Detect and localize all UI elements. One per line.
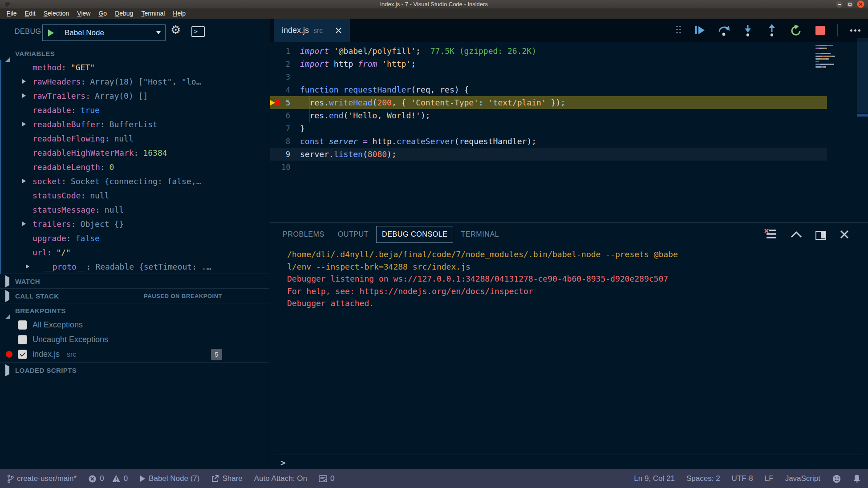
glyph-margin[interactable]	[270, 148, 281, 161]
step-into-button[interactable]	[741, 24, 754, 37]
code-line-3[interactable]: 3	[270, 70, 868, 83]
breakpoint-row-uncaught-exceptions[interactable]: Uncaught Exceptions	[0, 332, 269, 347]
variable-row-url[interactable]: url:"/"	[0, 245, 269, 259]
step-out-button[interactable]	[765, 24, 779, 37]
checkbox-checked[interactable]	[18, 350, 27, 359]
open-debug-console-icon[interactable]	[191, 26, 205, 37]
menu-debug[interactable]: Debug	[111, 8, 137, 19]
panel-tab-problems[interactable]: PROBLEMS	[283, 230, 324, 238]
glyph-margin[interactable]	[270, 70, 281, 83]
variable-row-proto[interactable]: __proto__:Readable {setTimeout: .…	[0, 259, 269, 274]
panel-tab-terminal[interactable]: TERMINAL	[461, 230, 499, 238]
split-panel-icon[interactable]	[815, 231, 826, 240]
menu-terminal[interactable]: Terminal	[137, 8, 169, 19]
gear-icon[interactable]: ⚙	[170, 24, 181, 36]
problems-status[interactable]: 0 0	[88, 474, 128, 483]
menu-selection[interactable]: Selection	[40, 8, 73, 19]
menu-edit[interactable]: Edit	[21, 8, 40, 19]
expand-icon[interactable]	[5, 292, 10, 300]
variable-row-method[interactable]: method:"GET"	[0, 60, 269, 74]
glyph-margin[interactable]	[270, 44, 281, 57]
code-editor[interactable]: 1import '@babel/polyfill'; 77.5K (gzippe…	[270, 42, 868, 222]
code-line-10[interactable]: 10	[270, 161, 868, 173]
variable-row-readableBuffer[interactable]: readableBuffer:BufferList	[0, 117, 269, 131]
glyph-margin[interactable]	[270, 57, 281, 70]
cursor-position-status[interactable]: Ln 9, Col 21	[634, 474, 675, 483]
encoding-status[interactable]: UTF-8	[732, 474, 753, 483]
variable-row-readableFlowing[interactable]: readableFlowing:null	[0, 131, 269, 145]
watch-section-header[interactable]: WATCH	[0, 274, 269, 289]
code-line-1[interactable]: 1import '@babel/polyfill'; 77.5K (gzippe…	[270, 44, 868, 57]
loaded-scripts-section-header[interactable]: LOADED SCRIPTS	[0, 362, 269, 378]
glyph-margin[interactable]	[270, 161, 281, 173]
glyph-margin[interactable]	[270, 122, 281, 135]
notifications-bell-icon[interactable]	[853, 474, 861, 484]
variable-row-rawHeaders[interactable]: rawHeaders:Array(18) ["Host", "lo…	[0, 74, 269, 89]
feedback-status[interactable]: 0	[319, 474, 334, 483]
collapse-icon[interactable]	[5, 307, 10, 315]
auto-attach-status[interactable]: Auto Attach: On	[254, 474, 307, 483]
menu-help[interactable]: Help	[169, 8, 190, 19]
code-line-8[interactable]: 8const server = http.createServer(reques…	[270, 135, 868, 148]
scrollbar[interactable]	[857, 38, 868, 113]
code-line-9[interactable]: 9server.listen(8080);	[270, 148, 868, 161]
variable-row-readable[interactable]: readable:true	[0, 103, 269, 117]
restart-button[interactable]	[789, 24, 803, 37]
expand-icon[interactable]	[5, 367, 10, 374]
glyph-margin[interactable]	[270, 109, 281, 122]
close-panel-icon[interactable]	[840, 230, 849, 241]
menu-go[interactable]: Go	[94, 8, 111, 19]
launch-config-select[interactable]: Babel Node	[42, 24, 166, 41]
start-debug-icon[interactable]	[43, 29, 59, 36]
debug-console-input[interactable]: >	[276, 455, 862, 470]
git-branch-status[interactable]: create-user/main*	[7, 474, 77, 483]
expand-icon[interactable]	[22, 179, 26, 183]
drag-handle[interactable]	[676, 26, 682, 35]
variable-row-socket[interactable]: socket:Socket {connecting: false,…	[0, 174, 269, 188]
breakpoint-row-indexjs[interactable]: index.js src 5	[0, 347, 269, 362]
expand-icon[interactable]	[5, 278, 10, 285]
variable-row-statusCode[interactable]: statusCode:null	[0, 188, 269, 202]
debug-console-output[interactable]: /home/dli/.d4nyll/.beja/final/code/7/nod…	[287, 248, 859, 450]
close-button[interactable]	[857, 0, 864, 8]
callstack-section-header[interactable]: CALL STACK PAUSED ON BREAKPOINT	[0, 288, 269, 303]
breakpoints-section-header[interactable]: BREAKPOINTS	[0, 303, 269, 318]
step-over-button[interactable]	[717, 24, 730, 37]
expand-icon[interactable]	[22, 122, 26, 126]
code-line-6[interactable]: 6 res.end('Hello, World!');	[270, 109, 868, 122]
variable-row-readableLength[interactable]: readableLength:0	[0, 160, 269, 174]
maximize-panel-icon[interactable]	[791, 231, 802, 240]
continue-button[interactable]	[693, 24, 706, 37]
stop-button[interactable]	[813, 24, 827, 37]
maximize-button[interactable]	[846, 0, 854, 8]
panel-tab-debug-console[interactable]: DEBUG CONSOLE	[376, 226, 453, 243]
glyph-margin[interactable]	[270, 135, 281, 148]
variable-row-rawTrailers[interactable]: rawTrailers:Array(0) []	[0, 89, 269, 103]
variable-row-readableHighWaterMark[interactable]: readableHighWaterMark:16384	[0, 145, 269, 160]
expand-icon[interactable]	[22, 222, 26, 226]
code-line-2[interactable]: 2import http from 'http';	[270, 57, 868, 70]
eol-status[interactable]: LF	[765, 474, 774, 483]
code-line-4[interactable]: 4function requestHandler(req, res) {	[270, 83, 868, 96]
expand-icon[interactable]	[22, 93, 26, 98]
menu-file[interactable]: File	[3, 8, 21, 19]
share-button[interactable]: Share	[211, 474, 242, 483]
code-line-7[interactable]: 7}	[270, 122, 868, 135]
scrollbar[interactable]	[0, 60, 1, 274]
minimize-button[interactable]	[836, 0, 843, 8]
debug-status[interactable]: Babel Node (7)	[139, 474, 199, 483]
code-line-5[interactable]: 5 res.writeHead(200, { 'Content-Type': '…	[270, 96, 868, 109]
expand-icon[interactable]	[26, 264, 29, 269]
breakpoint-row-all-exceptions[interactable]: All Exceptions	[0, 318, 269, 332]
panel-tab-output[interactable]: OUTPUT	[338, 230, 369, 238]
close-tab-icon[interactable]	[335, 27, 342, 34]
checkbox-unchecked[interactable]	[18, 335, 27, 344]
tab-indexjs[interactable]: index.js src	[274, 19, 350, 42]
feedback-smiley-icon[interactable]	[832, 474, 841, 484]
clear-console-icon[interactable]	[764, 229, 777, 242]
variables-section-header[interactable]: VARIABLES	[0, 47, 269, 60]
variable-row-trailers[interactable]: trailers:Object {}	[0, 217, 269, 231]
glyph-margin[interactable]	[270, 83, 281, 96]
indentation-status[interactable]: Spaces: 2	[686, 474, 720, 483]
variable-row-statusMessage[interactable]: statusMessage:null	[0, 202, 269, 217]
